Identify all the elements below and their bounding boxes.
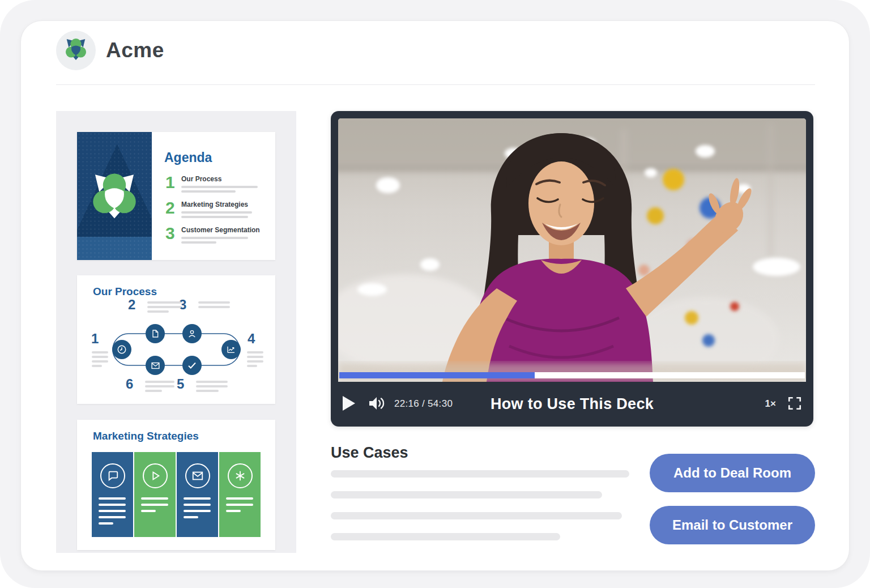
header-divider bbox=[56, 84, 815, 85]
placeholder-line bbox=[247, 365, 257, 367]
video-surface[interactable] bbox=[338, 118, 806, 382]
play-button[interactable] bbox=[342, 395, 356, 413]
playback-speed-button[interactable]: 1× bbox=[765, 398, 776, 410]
fullscreen-icon bbox=[787, 396, 802, 412]
placeholder-line bbox=[181, 241, 216, 244]
check-icon bbox=[182, 356, 202, 375]
placeholder-lines bbox=[184, 497, 211, 522]
slide-title: Marketing Strategies bbox=[93, 430, 199, 442]
document-icon bbox=[146, 324, 165, 343]
process-step-number: 1 bbox=[91, 332, 99, 346]
envelope-icon bbox=[146, 356, 165, 375]
placeholder-line bbox=[196, 385, 228, 387]
volume-icon bbox=[368, 397, 385, 412]
marketing-columns bbox=[92, 452, 261, 537]
slide-thumbnail-panel: Agenda 1 Our Process 2 Marketing Strateg… bbox=[56, 111, 296, 553]
video-player: 22:16 / 54:30 How to Use This Deck 1× bbox=[331, 111, 813, 427]
placeholder-line bbox=[145, 381, 174, 383]
process-step-number: 4 bbox=[248, 332, 255, 346]
process-loop-path bbox=[77, 275, 275, 404]
placeholder-line bbox=[181, 190, 236, 193]
placeholder-lines bbox=[99, 497, 126, 529]
placeholder-line bbox=[145, 385, 174, 387]
placeholder-line bbox=[196, 381, 228, 383]
placeholder-line bbox=[147, 306, 181, 308]
placeholder-line bbox=[331, 512, 622, 519]
marketing-column bbox=[92, 452, 133, 537]
video-progress-bar[interactable] bbox=[339, 372, 805, 378]
brand-logo-icon bbox=[63, 37, 88, 64]
chat-bubble-icon bbox=[100, 463, 125, 488]
placeholder-line bbox=[196, 390, 219, 392]
email-to-customer-button[interactable]: Email to Customer bbox=[650, 506, 815, 544]
process-step-number: 2 bbox=[128, 298, 135, 312]
placeholder-line bbox=[181, 186, 258, 188]
placeholder-line bbox=[92, 351, 108, 353]
placeholder-line bbox=[92, 360, 108, 363]
agenda-item-number: 3 bbox=[165, 225, 175, 242]
play-circle-icon bbox=[143, 463, 168, 488]
asterisk-icon bbox=[228, 463, 253, 488]
video-time-display: 22:16 / 54:30 bbox=[394, 398, 453, 410]
video-title: How to Use This Deck bbox=[491, 395, 654, 413]
marketing-column bbox=[219, 452, 261, 537]
placeholder-line bbox=[198, 306, 230, 308]
agenda-item-label: Marketing Strategies bbox=[181, 201, 248, 208]
section-title-use-cases: Use Cases bbox=[331, 444, 408, 462]
placeholder-line bbox=[92, 365, 102, 367]
slide-thumbnail-agenda[interactable]: Agenda 1 Our Process 2 Marketing Strateg… bbox=[77, 132, 275, 260]
marketing-column bbox=[177, 452, 218, 537]
video-progress-fill bbox=[339, 372, 535, 378]
envelope-icon bbox=[185, 463, 210, 488]
placeholder-lines bbox=[141, 497, 168, 516]
placeholder-line bbox=[181, 216, 248, 218]
use-cases-placeholder-text bbox=[331, 470, 629, 554]
play-icon bbox=[342, 395, 356, 413]
placeholder-line bbox=[247, 360, 263, 363]
agenda-item-label: Our Process bbox=[181, 175, 221, 183]
slide-cover-art bbox=[77, 132, 152, 260]
agenda-item-label: Customer Segmentation bbox=[181, 226, 260, 234]
page-title: Acme bbox=[106, 31, 164, 70]
process-step-number: 3 bbox=[179, 298, 186, 312]
placeholder-line bbox=[198, 301, 230, 304]
slide-thumbnail-our-process[interactable]: Our Process 1 2 3 4 5 6 bbox=[77, 275, 275, 404]
placeholder-line bbox=[145, 390, 162, 392]
video-control-bar: 22:16 / 54:30 How to Use This Deck 1× bbox=[331, 385, 813, 427]
placeholder-line bbox=[92, 356, 108, 358]
placeholder-line bbox=[181, 237, 248, 239]
fullscreen-button[interactable] bbox=[787, 396, 802, 412]
placeholder-line bbox=[147, 310, 169, 313]
placeholder-line bbox=[181, 211, 252, 214]
placeholder-line bbox=[331, 470, 629, 478]
person-icon bbox=[182, 324, 202, 343]
placeholder-line bbox=[331, 491, 602, 498]
placeholder-line bbox=[247, 351, 263, 353]
clock-icon bbox=[112, 340, 131, 359]
slide-title: Agenda bbox=[164, 150, 212, 165]
placeholder-line bbox=[331, 533, 560, 540]
brand-logo-badge bbox=[56, 31, 96, 70]
marketing-column bbox=[134, 452, 176, 537]
agenda-item-number: 2 bbox=[165, 199, 175, 216]
device-frame: Acme Agenda bbox=[0, 0, 870, 588]
placeholder-lines bbox=[226, 497, 253, 516]
agenda-item-number: 1 bbox=[165, 174, 175, 191]
chart-icon bbox=[221, 340, 241, 359]
process-step-number: 6 bbox=[126, 377, 133, 391]
process-step-number: 5 bbox=[177, 377, 184, 391]
placeholder-line bbox=[247, 356, 263, 358]
app-window: Acme Agenda bbox=[20, 20, 850, 571]
volume-button[interactable] bbox=[368, 397, 385, 412]
placeholder-line bbox=[147, 301, 181, 304]
add-to-deal-room-button[interactable]: Add to Deal Room bbox=[650, 454, 815, 492]
slide-thumbnail-marketing-strategies[interactable]: Marketing Strategies bbox=[77, 420, 275, 550]
